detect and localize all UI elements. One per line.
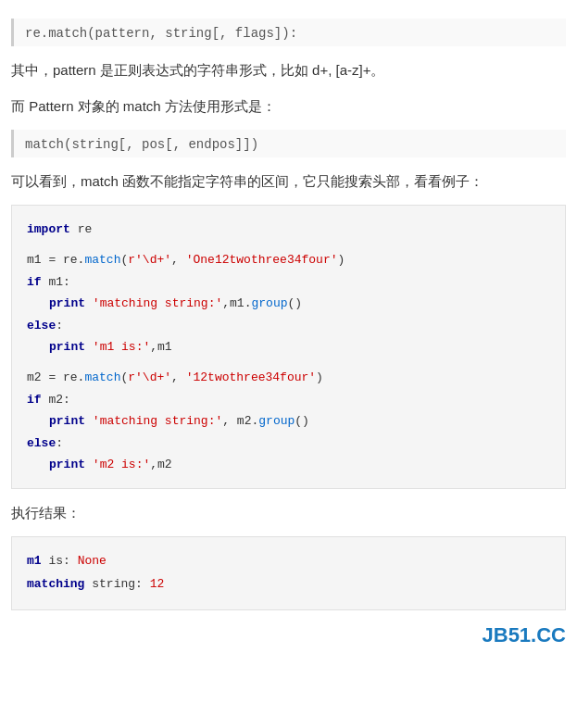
output-line-2: matching string: 12 (27, 573, 550, 596)
code-block-main: import re m1 = re.match(r'\d+', 'One12tw… (11, 205, 566, 489)
output-matching-sep: string: (84, 577, 142, 591)
blockquote-1: re.match(pattern, string[, flags]): (11, 19, 566, 46)
prose-4: 执行结果： (11, 500, 566, 525)
prose-3: 可以看到，match 函数不能指定字符串的区间，它只能搜索头部，看看例子： (11, 169, 566, 194)
code-line-6: print 'm1 is:',m1 (27, 336, 550, 358)
blockquote-2: match(string[, pos[, endpos]]) (11, 130, 566, 157)
code-line-8: if m2: (27, 389, 550, 410)
output-m1-keyword: m1 (27, 554, 42, 568)
code-line-3: if m1: (27, 271, 550, 293)
code-line-11: print 'm2 is:',m2 (27, 454, 550, 475)
output-line-1: m1 is: None (27, 550, 550, 573)
code-line-1: import re (27, 219, 550, 240)
code-line-5: else: (27, 315, 550, 336)
code-line-4: print 'matching string:',m1.group() (27, 293, 550, 314)
output-matching-val: 12 (143, 577, 164, 591)
watermark: JB51.CC (11, 620, 566, 647)
code-line-2: m1 = re.match(r'\d+', 'One12twothree34fo… (27, 249, 550, 270)
prose-2: 而 Pattern 对象的 match 方法使用形式是： (11, 94, 566, 119)
code-line-9: print 'matching string:', m2.group() (27, 410, 550, 432)
output-matching-keyword: matching (27, 577, 84, 591)
code-2: match(string[, pos[, endpos]]) (25, 137, 258, 152)
output-m1-sep: is: (42, 554, 70, 568)
output-m1-val: None (70, 554, 107, 568)
code-line-10: else: (27, 433, 550, 454)
output-block: m1 is: None matching string: 12 (11, 536, 566, 609)
code-1: re.match(pattern, string[, flags]): (25, 26, 297, 41)
code-line-7: m2 = re.match(r'\d+', '12twothree34four'… (27, 367, 550, 388)
prose-1: 其中，pattern 是正则表达式的字符串形式，比如 d+, [a-z]+。 (11, 57, 566, 82)
import-keyword: import (27, 222, 70, 236)
